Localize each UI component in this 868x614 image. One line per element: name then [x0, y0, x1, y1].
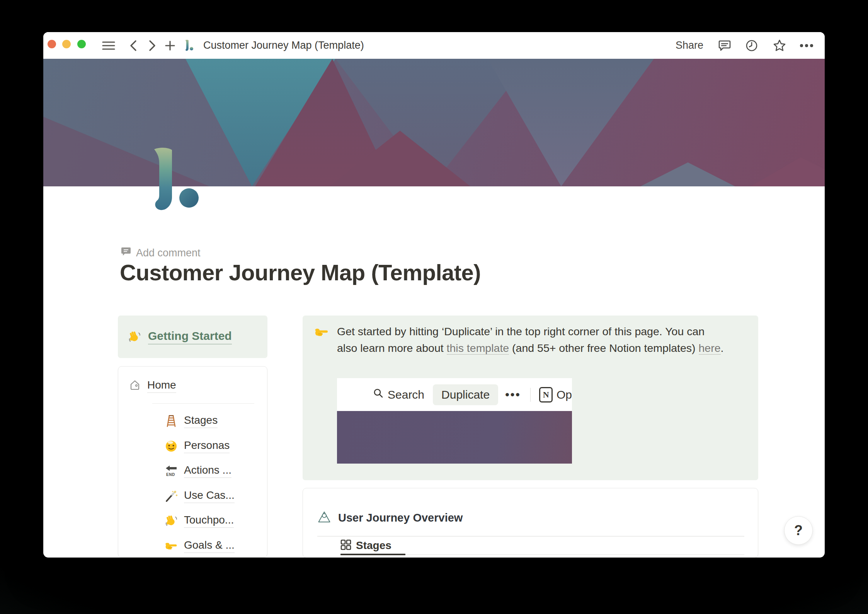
duplicate-instructions-callout: Get started by hitting ‘Duplicate’ in th…: [303, 316, 758, 480]
tab-stages-label: Stages: [356, 539, 391, 552]
favorite-star-icon[interactable]: [773, 39, 786, 53]
divider: [152, 403, 254, 404]
comments-icon[interactable]: [718, 39, 731, 52]
getting-started-callout: Getting Started: [118, 316, 267, 358]
sidebar-item[interactable]: Stages: [165, 413, 218, 429]
share-button[interactable]: Share: [676, 32, 703, 59]
point-right-emoji: [165, 539, 178, 553]
callout-link[interactable]: here: [699, 342, 721, 355]
app-window: Customer Journey Map (Template) Share: [43, 32, 825, 558]
divider: [317, 536, 744, 537]
wave-emoji: [128, 330, 141, 343]
new-tab-plus-icon[interactable]: [165, 41, 175, 51]
sidebar-item[interactable]: Touchpo...: [165, 513, 234, 529]
screenshot-cover-band: [337, 411, 572, 464]
person-triangle-icon: [317, 510, 331, 525]
screenshot-more-dots: •••: [505, 388, 521, 401]
page-favicon-logo-icon: [184, 40, 194, 51]
active-tab-indicator: [340, 554, 405, 555]
point-right-emoji: [314, 326, 329, 339]
screenshot-duplicate-button: Duplicate: [433, 384, 498, 405]
navigation-card: Home Stages Personas END Actions ... Use…: [118, 366, 267, 558]
smiley-emoji: [165, 440, 178, 453]
titlebar: Customer Journey Map (Template) Share: [43, 32, 825, 59]
end-arrow-emoji: END: [165, 464, 178, 478]
board-grid-icon: [340, 539, 351, 552]
wand-emoji: [165, 489, 178, 503]
svg-text:END: END: [166, 472, 175, 477]
user-journey-overview-card: User Journey Overview Stages: [303, 488, 758, 558]
minimize-window-button[interactable]: [62, 40, 71, 48]
sidebar-item[interactable]: END Actions ...: [165, 463, 231, 479]
callout-text-segment: also learn more about: [337, 342, 447, 354]
zoom-window-button[interactable]: [77, 40, 86, 48]
forward-icon[interactable]: [148, 39, 157, 52]
callout-text-segment: .: [721, 342, 724, 354]
tab-stages[interactable]: Stages: [340, 539, 391, 552]
more-options-icon[interactable]: [800, 44, 814, 48]
divider: [530, 388, 531, 402]
callout-link[interactable]: this template: [447, 342, 509, 355]
add-comment-button[interactable]: Add comment: [121, 246, 201, 260]
sidebar-item[interactable]: Personas: [165, 438, 230, 454]
window-title: Customer Journey Map (Template): [203, 32, 364, 59]
back-icon[interactable]: [129, 39, 138, 52]
sidebar-item-link[interactable]: Actions ...: [184, 464, 231, 478]
callout-text-segment: (and 55+ other free Notion templates): [509, 342, 698, 354]
sidebar-item[interactable]: Goals & ...: [165, 538, 235, 554]
screenshot-search-label: Search: [388, 388, 424, 401]
home-icon: [129, 379, 141, 393]
embedded-screenshot[interactable]: Search Duplicate ••• N Op: [337, 378, 572, 464]
comment-bubble-icon: [121, 246, 131, 260]
page-title[interactable]: Customer Journey Map (Template): [120, 259, 481, 285]
search-icon: [373, 388, 384, 401]
sidebar-item[interactable]: Use Cas...: [165, 488, 235, 504]
screenshot-search: Search: [373, 388, 424, 401]
ladder-emoji: [165, 414, 178, 428]
page-icon-logo[interactable]: [149, 148, 205, 215]
sidebar-item-link[interactable]: Stages: [184, 414, 218, 428]
callout-text: Get started by hitting ‘Duplicate’ in th…: [337, 323, 743, 356]
screenshot-open-label: Op: [557, 388, 572, 401]
callout-text-segment: Get started by hitting ‘Duplicate’ in th…: [337, 325, 705, 338]
sidebar-item-link[interactable]: Touchpo...: [184, 514, 234, 528]
sidebar-item-link[interactable]: Use Cas...: [184, 489, 235, 503]
add-comment-label: Add comment: [136, 247, 201, 259]
screenshot-toolbar: Search Duplicate ••• N Op: [337, 378, 572, 411]
wave-emoji: [165, 514, 178, 527]
history-clock-icon[interactable]: [745, 39, 758, 52]
sidebar-item-home[interactable]: Home: [129, 379, 176, 393]
close-window-button[interactable]: [48, 40, 56, 48]
notion-logo-icon: N: [539, 387, 553, 403]
getting-started-link[interactable]: Getting Started: [148, 329, 232, 345]
home-link[interactable]: Home: [147, 379, 176, 393]
hamburger-menu-icon[interactable]: [102, 40, 116, 51]
sidebar-item-link[interactable]: Personas: [184, 439, 230, 453]
help-button[interactable]: ?: [784, 516, 813, 545]
overview-title[interactable]: User Journey Overview: [338, 512, 463, 524]
sidebar-item-link[interactable]: Goals & ...: [184, 539, 235, 553]
